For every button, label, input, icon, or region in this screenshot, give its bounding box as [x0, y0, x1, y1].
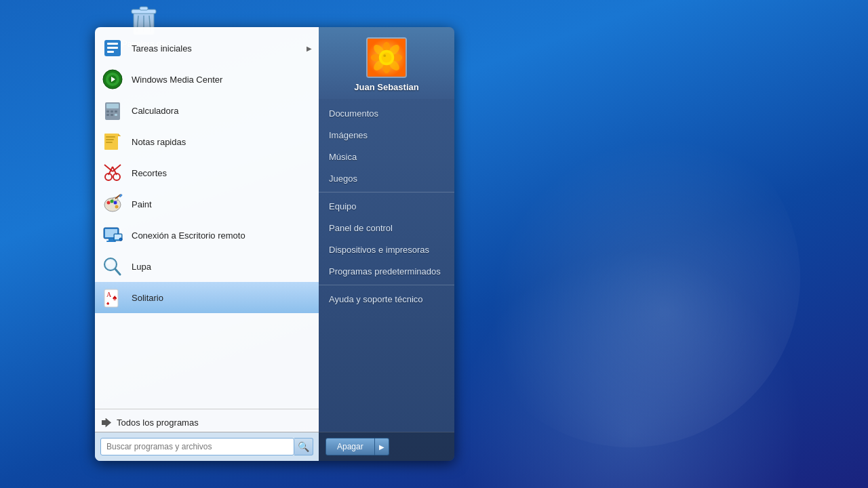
svg-marker-28	[118, 134, 121, 136]
right-menu-items: Documentos Imágenes Música Juegos Equipo…	[319, 99, 454, 432]
all-programs-item[interactable]: Todos los programas	[95, 413, 319, 432]
desktop: Papelera de Tareas iniciales	[0, 0, 868, 488]
svg-rect-9	[107, 51, 114, 53]
lupa-icon	[100, 254, 125, 279]
svg-rect-25	[106, 139, 114, 140]
svg-rect-20	[106, 114, 109, 116]
svg-point-69	[383, 54, 386, 57]
menu-item-wmc[interactable]: Windows Media Center	[95, 64, 319, 95]
tareas-label: Tareas iniciales	[132, 43, 307, 54]
svg-rect-22	[115, 114, 117, 116]
svg-text:♠: ♠	[113, 293, 117, 302]
start-menu: Tareas iniciales ▶ Windows Me	[95, 27, 454, 461]
all-programs-label: Todos los programas	[117, 418, 199, 428]
svg-point-37	[107, 201, 111, 205]
shutdown-arrow-button[interactable]: ▶	[375, 438, 389, 455]
menu-item-imagenes[interactable]: Imágenes	[319, 124, 454, 146]
svg-rect-24	[106, 136, 115, 138]
svg-rect-7	[107, 43, 118, 45]
wmc-icon	[100, 67, 125, 92]
shutdown-button[interactable]: Apagar	[326, 438, 375, 455]
recortes-label: Recortes	[132, 168, 312, 178]
conexion-icon	[100, 223, 125, 247]
tareas-icon	[100, 36, 125, 60]
svg-rect-26	[106, 142, 113, 143]
wmc-label: Windows Media Center	[132, 75, 312, 85]
separator-1	[95, 409, 319, 409]
user-section: Juan Sebastian	[319, 27, 454, 99]
menu-item-programas-predeterminados[interactable]: Programas predeterminados	[319, 260, 454, 282]
menu-item-musica[interactable]: Música	[319, 146, 454, 167]
svg-line-52	[115, 269, 120, 274]
svg-rect-17	[106, 110, 109, 113]
right-panel: Juan Sebastian Documentos Imágenes Músic…	[319, 27, 454, 461]
menu-item-documentos[interactable]: Documentos	[319, 102, 454, 124]
svg-point-39	[114, 201, 117, 205]
menu-item-juegos[interactable]: Juegos	[319, 167, 454, 189]
svg-point-38	[111, 200, 114, 203]
tareas-arrow: ▶	[307, 45, 312, 52]
paint-icon	[100, 192, 125, 216]
right-separator-1	[319, 192, 454, 192]
calc-icon	[100, 98, 125, 123]
svg-rect-16	[106, 104, 119, 108]
menu-item-conexion[interactable]: Conexión a Escritorio remoto	[95, 220, 319, 251]
menu-items-list: Tareas iniciales ▶ Windows Me	[95, 27, 319, 406]
menu-item-calculadora[interactable]: Calculadora	[95, 95, 319, 126]
menu-item-dispositivos[interactable]: Dispositivos e impresoras	[319, 239, 454, 260]
svg-rect-19	[115, 110, 117, 113]
svg-rect-18	[111, 110, 113, 113]
menu-item-paint[interactable]: Paint	[95, 188, 319, 220]
user-name: Juan Sebastian	[354, 82, 418, 92]
solitario-label: Solitario	[132, 293, 312, 303]
menu-item-tareas-iniciales[interactable]: Tareas iniciales ▶	[95, 33, 319, 64]
svg-point-53	[106, 260, 111, 264]
calc-label: Calculadora	[132, 106, 312, 116]
svg-rect-42	[119, 194, 123, 198]
solitario-icon: A ♠ ♠	[100, 285, 125, 310]
svg-point-40	[115, 205, 119, 209]
conexion-label: Conexión a Escritorio remoto	[132, 230, 312, 241]
search-bar: 🔍	[95, 432, 319, 461]
search-button[interactable]: 🔍	[294, 438, 313, 455]
recortes-icon	[100, 161, 125, 185]
menu-item-ayuda[interactable]: Ayuda y soporte técnico	[319, 288, 454, 310]
menu-item-recortes[interactable]: Recortes	[95, 157, 319, 188]
left-panel: Tareas iniciales ▶ Windows Me	[95, 27, 319, 461]
svg-text:A: A	[106, 291, 112, 298]
user-avatar	[366, 37, 407, 78]
svg-rect-45	[108, 239, 114, 241]
search-input[interactable]	[100, 438, 294, 455]
menu-item-panel-control[interactable]: Panel de control	[319, 217, 454, 239]
lupa-label: Lupa	[132, 262, 312, 272]
svg-rect-2	[140, 7, 148, 10]
right-separator-2	[319, 285, 454, 285]
svg-point-49	[119, 238, 122, 241]
notas-icon	[100, 129, 125, 154]
svg-point-68	[382, 53, 392, 63]
menu-item-equipo[interactable]: Equipo	[319, 195, 454, 217]
menu-item-lupa[interactable]: Lupa	[95, 251, 319, 282]
all-programs-arrow-icon	[102, 418, 111, 428]
desktop-orb2	[427, 217, 834, 488]
svg-rect-8	[107, 47, 118, 49]
paint-label: Paint	[132, 199, 312, 209]
menu-item-solitario[interactable]: A ♠ ♠ Solitario	[95, 282, 319, 313]
shutdown-bar: Apagar ▶	[319, 432, 454, 461]
svg-rect-21	[111, 114, 113, 116]
menu-item-notas[interactable]: Notas rapidas	[95, 126, 319, 157]
avatar-image	[368, 39, 406, 77]
notas-label: Notas rapidas	[132, 137, 312, 147]
